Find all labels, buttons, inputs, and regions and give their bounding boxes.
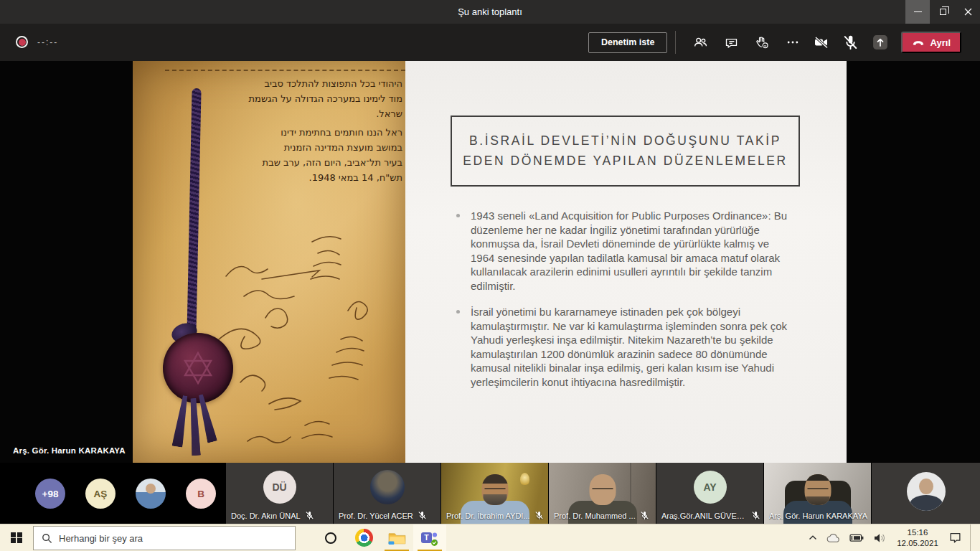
participant-tile[interactable]: Prof. Dr. Muhammed ... [549,463,656,524]
participant-name: Doç. Dr. Akın ÜNAL [231,512,301,520]
participant-tile[interactable]: Prof. Dr. Yücel ACER [334,463,440,524]
cortana-icon [325,532,336,544]
presentation-slide: היהודי בכל התפוצות להתלכד סביב מוד לימינ… [133,61,847,463]
hebrew-text-block: היהודי בכל התפוצות להתלכד סביב מוד לימינ… [184,76,402,185]
hebrew-line: היהודי בכל התפוצות להתלכד סביב [184,76,402,91]
participant-filmstrip: +98 AŞ B DÜ Doç. Dr. Akın ÜNAL Prof. Dr.… [0,463,980,524]
mic-off-icon [751,511,760,520]
file-explorer-button[interactable] [380,524,413,551]
windows-logo-icon [11,532,22,544]
file-explorer-icon [388,530,406,545]
leave-button[interactable]: Ayrıl [901,32,961,53]
teams-logo-letter: T [421,532,432,543]
request-control-button[interactable]: Denetim iste [588,32,667,53]
chrome-icon [355,529,373,547]
raise-hand-reactions-icon[interactable] [753,34,771,51]
participant-name: Arş. Gör. Harun KARAKAYA [769,512,867,520]
avatar[interactable] [136,479,166,509]
minimize-button[interactable] [905,0,930,24]
participant-name: Prof. Dr. İbrahim AYDI... [446,512,530,520]
participant-tile[interactable]: AY Araş.Gör.ANIL GÜVEN ... [656,463,763,524]
recording-indicator-icon [16,36,28,48]
hebrew-date-line: תש"ח, 14 במאי 1948. [184,170,402,185]
tassel [171,395,190,447]
camera-off-icon[interactable] [813,34,830,51]
battery-icon[interactable] [849,534,864,542]
clock-date: 12.05.2021 [895,538,941,549]
avatar [370,470,405,504]
maximize-button[interactable] [930,0,955,24]
minimize-icon [914,11,922,12]
search-icon [42,533,52,544]
hebrew-line: במושב מועצת המדינה הזמנית [184,140,402,155]
cortana-button[interactable] [314,524,347,551]
cord-knot [169,320,199,346]
chrome-button[interactable] [347,524,380,551]
mic-off-icon [305,511,314,520]
slide-title: B.İSRAİL DEVLETİ’NİN DOĞUŞUNU TAKİP EDEN… [461,131,790,171]
onedrive-cloud-icon[interactable] [826,533,841,543]
teams-meeting-window: Şu anki toplantı --:-- Denetim iste [0,0,980,551]
share-screen-icon[interactable] [872,34,889,51]
taskbar-search[interactable] [33,526,296,550]
slide-title-box: B.İSRAİL DEVLETİ’NİN DOĞUŞUNU TAKİP EDEN… [451,116,800,187]
mic-off-icon [640,511,649,520]
participant-name: Prof. Dr. Muhammed ... [554,512,636,520]
avatar: DÜ [263,471,296,504]
meeting-toolbar: --:-- Denetim iste [0,24,980,61]
hebrew-line: בעיר תל־אביב, היום הזה, ערב שבת [184,155,402,170]
windows-taskbar: T [0,524,980,551]
avatar [907,472,946,511]
slide-bullet-list: 1943 seneli «Land Acquisition for Public… [454,209,796,401]
mic-off-icon[interactable] [842,34,859,51]
participant-tile[interactable] [872,463,980,524]
audio-participants-zone: +98 AŞ B [0,463,226,524]
shared-screen-stage: היהודי בכל התפוצות להתלכד סביב מוד לימינ… [0,61,980,463]
action-center-icon[interactable] [949,532,961,544]
participants-icon[interactable] [692,34,709,51]
tray-clock[interactable]: 15:16 12.05.2021 [895,527,941,549]
show-desktop-button[interactable] [970,524,973,551]
tassel [188,398,202,456]
chat-icon[interactable] [722,34,740,51]
document-divider [165,70,405,71]
participant-tile[interactable]: DÜ Doç. Dr. Akın ÜNAL [226,463,333,524]
teams-button[interactable]: T [413,524,446,551]
wax-seal [163,333,233,403]
avatar[interactable]: B [186,479,216,509]
mic-off-icon [534,511,544,520]
presenter-name-overlay: Arş. Gör. Harun KARAKAYA [13,446,126,455]
hebrew-line: ראל הננו חותמים בחתימת ידינו [184,125,402,140]
participant-name: Araş.Gör.ANIL GÜVEN ... [661,512,747,520]
close-button[interactable] [956,0,980,24]
close-icon [964,8,972,16]
slide-bullet: İsrail yönetimi bu kararnameye istinaden… [454,305,796,389]
star-of-david-icon [179,349,217,387]
mic-off-icon [418,511,427,520]
declaration-photo: היהודי בכל התפוצות להתלכד סביב מוד לימינ… [133,61,405,463]
window-title: Şu anki toplantı [0,0,980,24]
tassel [196,393,217,443]
hangup-icon [912,39,925,46]
participant-name: Prof. Dr. Yücel ACER [339,512,413,520]
overflow-count-badge[interactable]: +98 [35,479,65,509]
toolbar-divider [675,31,676,54]
search-input[interactable] [59,533,287,544]
meeting-timer: --:-- [37,24,58,61]
hebrew-line: שראל. [184,106,402,121]
speaker-icon[interactable] [873,533,886,543]
seal-cord [187,88,201,336]
title-bar: Şu anki toplantı [0,0,980,24]
leave-label: Ayrıl [930,37,951,48]
restore-icon [940,9,946,15]
slide-bullet: 1943 seneli «Land Acquisition for Public… [454,209,796,293]
more-options-icon[interactable] [784,34,801,51]
start-button[interactable] [0,524,33,551]
participant-tile[interactable]: Prof. Dr. İbrahim AYDI... [441,463,548,524]
signatures [133,232,405,458]
hebrew-line: מוד לימינו במערכה הגדולה על הגשמת [184,91,402,106]
clock-time: 15:16 [895,527,941,538]
hidden-icons-chevron[interactable] [809,534,817,541]
participant-tile[interactable]: Arş. Gör. Harun KARAKAYA [764,463,871,524]
avatar[interactable]: AŞ [85,479,116,509]
